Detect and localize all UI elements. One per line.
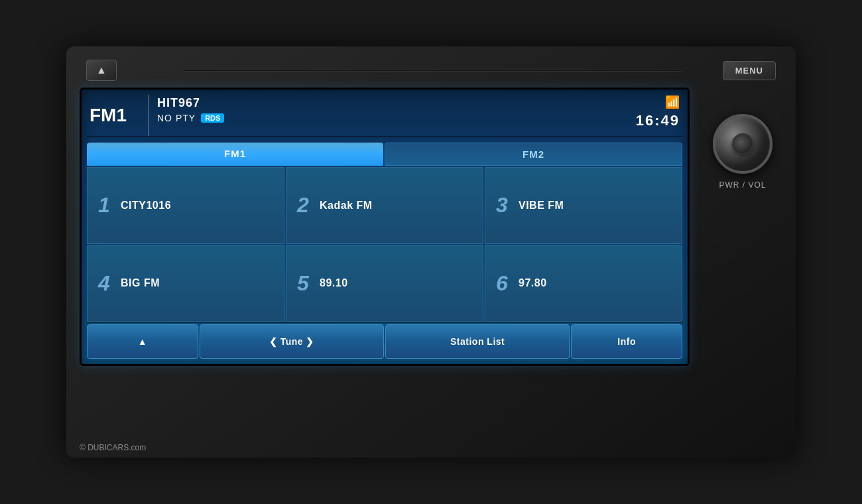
preset-4[interactable]: 4 BIG FM <box>87 245 284 322</box>
preset-num-1: 1 <box>98 193 114 218</box>
bluetooth-icon: 📶 <box>665 95 680 109</box>
tune-button[interactable]: ❮ Tune ❯ <box>200 324 384 359</box>
station-list-button[interactable]: Station List <box>385 324 570 359</box>
bottom-buttons: ▲ ❮ Tune ❯ Station List Info <box>87 324 682 359</box>
main-row: FM1 HIT967 NO PTY RDS 📶 16:49 FM1 FM2 <box>80 88 782 419</box>
station-name: HIT967 <box>157 96 621 110</box>
screen-header: FM1 HIT967 NO PTY RDS 📶 16:49 <box>82 90 688 136</box>
right-controls: PWR / VOL <box>703 88 782 190</box>
divider-2 <box>87 322 682 323</box>
time-display: 16:49 <box>636 112 680 129</box>
preset-num-4: 4 <box>98 271 114 296</box>
preset-5[interactable]: 5 89.10 <box>286 245 483 322</box>
preset-num-5: 5 <box>297 271 313 296</box>
preset-1[interactable]: 1 CITY1016 <box>87 167 284 244</box>
info-button[interactable]: Info <box>571 324 682 359</box>
station-info: HIT967 NO PTY RDS <box>148 95 621 136</box>
preset-num-2: 2 <box>297 193 313 218</box>
preset-3[interactable]: 3 VIBE FM <box>485 167 682 244</box>
cd-slot <box>183 70 683 72</box>
scan-up-button[interactable]: ▲ <box>87 324 198 359</box>
eject-button[interactable]: ▲ <box>86 60 117 81</box>
screen: FM1 HIT967 NO PTY RDS 📶 16:49 FM1 FM2 <box>80 88 690 366</box>
pty-row: NO PTY RDS <box>157 113 621 123</box>
preset-name-3: VIBE FM <box>519 200 564 212</box>
preset-name-4: BIG FM <box>121 277 160 289</box>
top-bar: ▲ MENU <box>80 60 782 81</box>
preset-name-2: Kadak FM <box>320 200 373 212</box>
car-unit: ▲ MENU FM1 HIT967 NO PTY RDS 📶 16:49 <box>66 46 796 458</box>
tab-fm2[interactable]: FM2 <box>385 143 682 166</box>
preset-num-3: 3 <box>496 193 512 218</box>
preset-name-6: 97.80 <box>519 277 547 289</box>
preset-name-1: CITY1016 <box>121 200 171 212</box>
rds-badge: RDS <box>201 113 224 123</box>
divider-1 <box>87 136 682 137</box>
tabs-row: FM1 FM2 <box>87 143 682 166</box>
tab-fm1[interactable]: FM1 <box>87 143 383 166</box>
preset-num-6: 6 <box>496 271 512 296</box>
header-right: 📶 16:49 <box>627 95 680 136</box>
menu-button[interactable]: MENU <box>723 61 776 80</box>
preset-name-5: 89.10 <box>320 277 348 289</box>
pwr-vol-label: PWR / VOL <box>719 180 766 190</box>
preset-2[interactable]: 2 Kadak FM <box>286 167 483 244</box>
preset-grid: 1 CITY1016 2 Kadak FM 3 VIBE FM 4 BIG FM… <box>87 167 682 322</box>
pty-text: NO PTY <box>157 113 196 123</box>
watermark: © DUBICARS.com <box>80 443 146 452</box>
volume-knob[interactable] <box>713 114 772 174</box>
fm-band-label: FM1 <box>90 95 143 136</box>
preset-6[interactable]: 6 97.80 <box>485 245 682 322</box>
